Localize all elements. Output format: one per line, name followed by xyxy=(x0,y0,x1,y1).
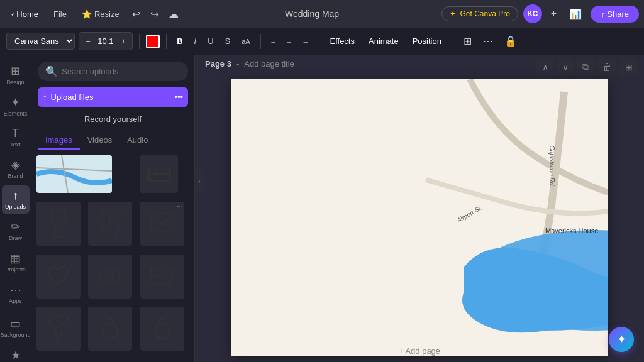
bold-label: B xyxy=(177,36,182,46)
sidebar-item-text[interactable]: T Text xyxy=(2,123,30,151)
sidebar-item-design[interactable]: ⊞ Design xyxy=(2,60,30,89)
thumbnail-map[interactable] xyxy=(36,155,112,193)
thumbnail-ring1[interactable] xyxy=(88,307,132,351)
page-number: Page 3 xyxy=(205,59,231,69)
svg-point-17 xyxy=(103,324,118,339)
text-spacing-button[interactable]: ⊞ xyxy=(460,33,475,50)
resize-button[interactable]: ⭐ Resize xyxy=(75,7,126,21)
canva-pro-button[interactable]: ✦ Get Canva Pro xyxy=(441,6,518,21)
sidebar-item-design-label: Design xyxy=(6,79,24,85)
thumbnail-heart[interactable] xyxy=(36,255,80,299)
sidebar-item-uploads-label: Uploads xyxy=(5,204,26,210)
sidebar-item-draw[interactable]: ✏ Draw xyxy=(2,216,30,245)
mavericks-house-label: Mavericks House xyxy=(545,227,598,234)
ai-assistant-button[interactable]: ✦ xyxy=(609,327,634,352)
tab-images[interactable]: Images xyxy=(38,131,80,150)
star-icon: ⭐ xyxy=(82,9,92,19)
document-title: Wedding Map xyxy=(185,9,440,19)
strikethrough-button[interactable]: S xyxy=(221,34,235,48)
sidebar-item-draw-label: Draw xyxy=(9,235,22,241)
canvas-area: Page 3 - Add page title ∧ ∨ ⧉ 🗑 ⊞ xyxy=(195,55,644,362)
draw-icon: ✏ xyxy=(11,220,20,234)
record-yourself-button[interactable]: Record yourself xyxy=(38,112,188,126)
chevron-left-icon: › xyxy=(198,178,200,185)
uploads-panel: 🔍 ↑ Upload files ••• Record yourself Ima… xyxy=(31,55,195,362)
file-button[interactable]: File xyxy=(47,7,73,21)
underline-label: U xyxy=(208,36,213,46)
starred-icon: ★ xyxy=(11,348,21,362)
nav-right: ✦ Get Canva Pro KC + 📊 ↑ Share xyxy=(441,4,639,23)
heart-icon xyxy=(46,264,71,289)
add-collaborator-button[interactable]: + xyxy=(547,6,560,22)
align-left-button[interactable]: ≡ xyxy=(267,34,280,48)
page-title-placeholder[interactable]: Add page title xyxy=(244,59,294,69)
thumbnail-champagne[interactable] xyxy=(36,202,80,246)
search-area: 🔍 xyxy=(31,55,194,87)
save-status-button[interactable]: ☁ xyxy=(165,6,182,23)
bold-button[interactable]: B xyxy=(173,34,186,48)
separator5 xyxy=(453,34,453,49)
sidebar-item-brand[interactable]: ◈ Brand xyxy=(2,154,30,183)
tab-videos[interactable]: Videos xyxy=(80,131,120,150)
search-icon: 🔍 xyxy=(45,65,58,77)
analytics-button[interactable]: 📊 xyxy=(565,6,586,23)
sidebar-item-background[interactable]: ▭ Background xyxy=(2,313,30,342)
text-color-button[interactable] xyxy=(146,35,160,48)
home-label: Home xyxy=(16,9,38,19)
effects-button[interactable]: Effects xyxy=(325,34,360,48)
thumbnail-bed[interactable] xyxy=(140,155,178,193)
animate-button[interactable]: Animate xyxy=(364,34,404,48)
thumbnail-curtain[interactable] xyxy=(88,202,132,246)
sidebar-item-elements[interactable]: ✦ Elements xyxy=(2,92,30,121)
thumbnail-ring2[interactable] xyxy=(140,307,184,351)
svg-point-19 xyxy=(155,324,170,339)
page-title-separator: - xyxy=(236,59,239,69)
align-center-button[interactable]: ≡ xyxy=(283,34,296,48)
upload-files-button[interactable]: ↑ Upload files ••• xyxy=(38,87,188,107)
more-options-button[interactable]: ⋯ xyxy=(479,33,497,50)
sidebar-item-apps[interactable]: ⋯ Apps xyxy=(2,279,30,308)
home-button[interactable]: ‹ Home xyxy=(5,7,45,21)
font-size-value: 10.1 xyxy=(95,36,116,46)
svg-point-9 xyxy=(108,270,120,283)
map-preview xyxy=(36,155,112,193)
hide-panel-button[interactable]: › xyxy=(195,168,204,194)
canvas-page[interactable]: Capistrano Rd. Airport St. Mavericks Hou… xyxy=(231,79,608,356)
font-size-increase[interactable]: + xyxy=(118,34,130,48)
italic-button[interactable]: I xyxy=(191,34,201,48)
sidebar-item-uploads[interactable]: ↑ Uploads xyxy=(2,185,30,214)
font-size-decrease[interactable]: – xyxy=(82,34,94,48)
sidebar-item-projects[interactable]: ▦ Projects xyxy=(2,248,30,277)
thumbnail-envelope[interactable]: ⋯ xyxy=(140,202,184,246)
envelope-icon xyxy=(150,212,175,234)
background-icon: ▭ xyxy=(10,317,21,331)
more-thumb-options[interactable]: ⋯ xyxy=(177,203,183,210)
tab-audio[interactable]: Audio xyxy=(119,131,155,150)
font-size-control: – 10.1 + xyxy=(79,32,133,50)
thumbnail-bus[interactable] xyxy=(140,255,184,299)
thumbnails-grid: ⋯ xyxy=(31,150,194,362)
font-family-select[interactable]: Canva Sans xyxy=(6,33,75,50)
share-icon: ↑ xyxy=(601,9,607,19)
sidebar-item-starred[interactable]: ★ Starred xyxy=(2,344,30,362)
position-button[interactable]: Position xyxy=(408,34,447,48)
search-input[interactable] xyxy=(62,67,180,76)
underline-button[interactable]: U xyxy=(204,34,217,48)
add-page-button[interactable]: + Add page xyxy=(399,346,440,356)
sidebar-item-apps-label: Apps xyxy=(9,298,22,304)
svg-point-15 xyxy=(49,315,62,328)
sidebar-item-brand-label: Brand xyxy=(8,173,23,179)
lock-button[interactable]: 🔒 xyxy=(501,33,521,50)
balloons-icon xyxy=(48,313,70,344)
thumbnail-rings[interactable] xyxy=(88,255,132,299)
redo-button[interactable]: ↪ xyxy=(147,6,162,23)
share-label: Share xyxy=(607,9,629,19)
sidebar-item-text-label: Text xyxy=(10,141,21,148)
undo-button[interactable]: ↩ xyxy=(128,6,144,23)
share-button[interactable]: ↑ Share xyxy=(591,6,639,23)
avatar[interactable]: KC xyxy=(523,4,542,23)
align-right-button[interactable]: ≡ xyxy=(299,34,312,48)
superscript-button[interactable]: aA xyxy=(238,35,253,48)
thumbnail-balloons[interactable] xyxy=(36,307,80,351)
text-icon: T xyxy=(12,127,19,140)
